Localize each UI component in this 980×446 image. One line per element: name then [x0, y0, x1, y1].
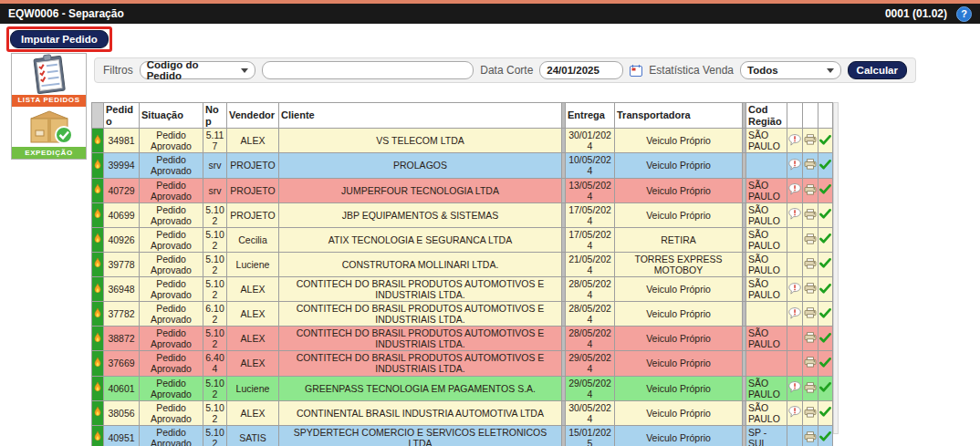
print-button[interactable]	[804, 283, 817, 294]
table-row[interactable]: 40729Pedido AprovadosrvPROJETOJUMPERFOUR…	[92, 178, 833, 202]
priority-flame-icon	[92, 400, 104, 425]
table-row[interactable]: 38872Pedido Aprovado5.102ALEXCONTITECH D…	[92, 327, 833, 351]
filter-type-select[interactable]: Codigo do Pedido	[140, 61, 255, 79]
table-row[interactable]: 34981Pedido Aprovado5.117ALEXVS TELECOM …	[92, 129, 833, 153]
print-button[interactable]	[804, 332, 817, 343]
print-button[interactable]	[804, 307, 817, 318]
cell-cod-regiao: SÃO PAULO	[746, 227, 787, 252]
print-button[interactable]	[804, 134, 817, 145]
table-row[interactable]: 36948Pedido Aprovado5.102ALEXCONTITECH D…	[92, 277, 833, 302]
data-corte-input[interactable]	[539, 61, 623, 79]
approve-check-button[interactable]	[819, 358, 831, 368]
cell-vendedor: SATIS	[227, 425, 279, 446]
print-button[interactable]	[804, 407, 817, 418]
print-button[interactable]	[804, 431, 817, 442]
cell-cliente: VS TELECOM LTDA	[279, 129, 562, 153]
sidebar-lista-expedicao-button[interactable]: LISTA PEDIDOS EXPEDIÇÃO	[11, 53, 87, 160]
approve-check-button[interactable]	[819, 308, 831, 318]
calcular-button[interactable]: Calcular	[848, 61, 907, 79]
print-button[interactable]	[804, 209, 817, 220]
priority-flame-icon	[92, 129, 104, 153]
estatistica-venda-select[interactable]: Todos	[740, 61, 841, 79]
approve-check-button[interactable]	[819, 382, 831, 392]
print-button[interactable]	[804, 258, 817, 269]
col-entrega: Entrega	[566, 103, 615, 129]
cell-cliente: JUMPERFOUR TECNOLOGIA LTDA	[279, 178, 562, 202]
approve-check-button[interactable]	[819, 184, 831, 194]
approve-check-button[interactable]	[819, 284, 831, 294]
observation-balloon-button[interactable]	[788, 381, 801, 393]
table-row[interactable]: 39778Pedido Aprovado5.102LucieneCONSTRUT…	[92, 252, 833, 276]
cell-entrega: 13/05/2024	[566, 178, 615, 202]
search-input[interactable]	[262, 61, 474, 79]
cell-transportadora: Veiculo Próprio	[615, 202, 743, 227]
cell-pedido: 37669	[104, 351, 140, 376]
table-row[interactable]: 40699Pedido Aprovado5.102PROJETOJBP EQUI…	[92, 202, 833, 227]
cell-nop: 5.117	[203, 129, 227, 153]
observation-balloon-button[interactable]	[788, 183, 801, 195]
cell-nop: 6.102	[203, 302, 227, 327]
print-button[interactable]	[804, 159, 817, 170]
table-row[interactable]: 40926Pedido Aprovado5.102CeciliaATIX TEC…	[92, 227, 833, 252]
approve-check-button[interactable]	[819, 333, 831, 343]
print-button[interactable]	[804, 382, 817, 393]
cell-transportadora: Veiculo Próprio	[615, 425, 743, 446]
estatistica-venda-label: Estatística Venda	[649, 64, 734, 77]
approve-check-button[interactable]	[819, 135, 831, 145]
calendar-icon	[630, 65, 642, 77]
col-check	[818, 103, 833, 129]
cell-cliente: CONTITECH DO BRASIL PRODUTOS AUTOMOTIVOS…	[279, 302, 562, 327]
approve-check-button[interactable]	[819, 407, 831, 417]
table-row[interactable]: 39994Pedido AprovadosrvPROJETOPROLAGOS10…	[92, 153, 833, 178]
cell-nop: 5.102	[203, 277, 227, 302]
observation-balloon-button[interactable]	[788, 283, 801, 295]
approve-check-button[interactable]	[819, 233, 831, 244]
print-button[interactable]	[804, 184, 817, 195]
col-situacao: Situação	[140, 103, 203, 129]
cell-cliente: CONSTRUTORA MOLLINARI LTDA.	[279, 252, 562, 276]
cell-vendedor: PROJETO	[227, 202, 279, 227]
help-button[interactable]: ?	[956, 6, 972, 22]
calendar-button[interactable]	[630, 65, 642, 77]
table-row[interactable]: 40951Pedido Aprovado5.102SATISSPYDERTECH…	[92, 425, 833, 446]
cell-transportadora: Veiculo Próprio	[615, 302, 743, 327]
cell-nop: 5.102	[203, 227, 227, 252]
observation-balloon-button[interactable]	[788, 307, 801, 319]
priority-flame-icon	[92, 351, 104, 376]
cell-pedido: 38872	[104, 327, 140, 351]
cell-cod-regiao: SP - SUL	[746, 425, 787, 446]
observation-balloon-button[interactable]	[788, 208, 801, 220]
version-label: 0001 (01.02)	[885, 7, 947, 20]
priority-flame-icon	[92, 277, 104, 302]
print-button[interactable]	[804, 357, 817, 368]
approve-check-button[interactable]	[819, 209, 831, 219]
table-row[interactable]: 37782Pedido Aprovado6.102ALEXCONTITECH D…	[92, 302, 833, 327]
observation-balloon-button[interactable]	[788, 406, 801, 418]
print-button[interactable]	[804, 233, 817, 244]
table-row[interactable]: 40601Pedido Aprovado5.102LucieneGREENPAS…	[92, 376, 833, 400]
cell-vendedor: PROJETO	[227, 153, 279, 178]
approve-check-button[interactable]	[819, 431, 831, 441]
cell-cod-regiao: SÃO PAULO	[746, 129, 787, 153]
cell-cod-regiao	[746, 302, 787, 327]
vertical-scrollbar[interactable]	[833, 102, 839, 434]
approve-check-button[interactable]	[819, 258, 831, 268]
table-row[interactable]: 37669Pedido Aprovado6.404ALEXCONTITECH D…	[92, 351, 833, 376]
cell-cliente: CONTITECH DO BRASIL PRODUTOS AUTOMOTIVOS…	[279, 327, 562, 351]
cell-transportadora: Veiculo Próprio	[615, 277, 743, 302]
cell-situacao: Pedido Aprovado	[140, 153, 203, 178]
filter-bar: Filtros Codigo do Pedido Data Corte Esta…	[94, 57, 916, 83]
priority-flame-icon	[92, 252, 104, 276]
cell-nop: 5.102	[203, 425, 227, 446]
cell-pedido: 34981	[104, 129, 140, 153]
approve-check-button[interactable]	[819, 160, 831, 170]
table-row[interactable]: 38056Pedido Aprovado5.102ALEXCONTINENTAL…	[92, 400, 833, 425]
cell-situacao: Pedido Aprovado	[140, 376, 203, 400]
observation-balloon-button[interactable]	[788, 134, 801, 146]
cell-cod-regiao: SÃO PAULO	[746, 202, 787, 227]
cell-situacao: Pedido Aprovado	[140, 129, 203, 153]
observation-balloon-button[interactable]	[788, 159, 801, 171]
expedition-box-icon	[12, 107, 86, 148]
imputar-pedido-button[interactable]: Imputar Pedido	[10, 30, 109, 48]
cell-vendedor: Cecilia	[227, 227, 279, 252]
